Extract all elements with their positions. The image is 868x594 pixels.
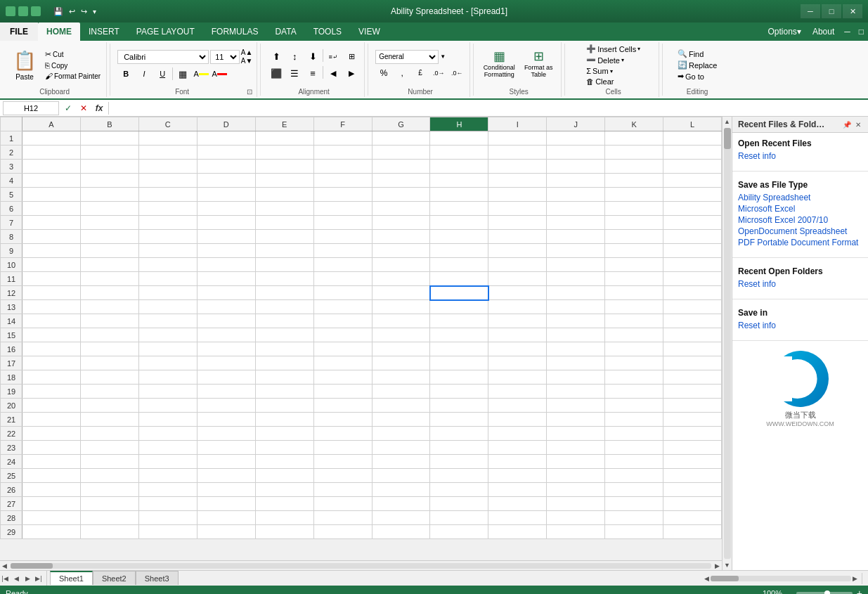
cell-A1[interactable]	[22, 131, 81, 146]
reset-save-in-link[interactable]: Reset info	[738, 321, 862, 330]
cell-H24[interactable]	[430, 455, 488, 469]
sheet-tab-2[interactable]: Sheet2	[93, 571, 136, 585]
cell-E17[interactable]	[255, 356, 313, 370]
cell-H7[interactable]	[430, 216, 488, 230]
cell-G14[interactable]	[372, 314, 430, 328]
replace-btn[interactable]: 🔄 Replace	[675, 60, 719, 70]
cell-D12[interactable]	[197, 286, 255, 300]
cell-J13[interactable]	[547, 300, 605, 314]
cell-A8[interactable]	[22, 230, 81, 244]
cell-B17[interactable]	[80, 356, 138, 370]
cell-K17[interactable]	[605, 356, 663, 370]
cell-C18[interactable]	[138, 370, 197, 385]
cell-G10[interactable]	[372, 258, 430, 272]
cell-E18[interactable]	[255, 370, 313, 385]
cell-A16[interactable]	[22, 342, 81, 356]
insert-function-btn[interactable]: fx	[93, 103, 105, 113]
row-header-22[interactable]: 22	[1, 427, 22, 441]
cell-L19[interactable]	[663, 385, 722, 399]
col-header-I[interactable]: I	[488, 117, 547, 131]
cell-C2[interactable]	[138, 146, 197, 160]
font-size-select[interactable]: 11	[210, 50, 240, 64]
cell-D2[interactable]	[197, 146, 255, 160]
cell-E8[interactable]	[255, 230, 313, 244]
align-top-btn[interactable]: ⬆	[268, 49, 285, 65]
row-header-26[interactable]: 26	[1, 483, 22, 497]
cell-E29[interactable]	[255, 525, 313, 539]
cell-B27[interactable]	[80, 497, 138, 511]
cell-I18[interactable]	[488, 370, 547, 385]
cell-H16[interactable]	[430, 342, 488, 356]
cell-J25[interactable]	[547, 469, 605, 483]
cell-H13[interactable]	[430, 300, 488, 314]
cell-I27[interactable]	[488, 497, 547, 511]
col-header-F[interactable]: F	[313, 117, 372, 131]
cell-K6[interactable]	[605, 202, 663, 216]
hscroll-left-btn[interactable]: ◀	[0, 562, 9, 569]
cell-I23[interactable]	[488, 441, 547, 455]
cell-D8[interactable]	[197, 230, 255, 244]
reset-recent-files-link[interactable]: Reset info	[738, 151, 862, 161]
cell-I21[interactable]	[488, 413, 547, 427]
cell-F24[interactable]	[313, 455, 372, 469]
cell-E23[interactable]	[255, 441, 313, 455]
cell-J23[interactable]	[547, 441, 605, 455]
cell-J19[interactable]	[547, 385, 605, 399]
col-header-D[interactable]: D	[197, 117, 255, 131]
cell-K29[interactable]	[605, 525, 663, 539]
cell-I11[interactable]	[488, 272, 547, 286]
cell-F8[interactable]	[313, 230, 372, 244]
indent-increase-btn[interactable]: ▶	[343, 66, 360, 82]
close-button[interactable]: ✕	[843, 4, 862, 18]
comma-btn[interactable]: ,	[394, 65, 410, 81]
row-header-15[interactable]: 15	[1, 328, 22, 342]
cell-D3[interactable]	[197, 160, 255, 174]
row-header-10[interactable]: 10	[1, 258, 22, 272]
cell-G29[interactable]	[372, 525, 430, 539]
cell-I5[interactable]	[488, 188, 547, 202]
cell-D24[interactable]	[197, 455, 255, 469]
cell-B19[interactable]	[80, 385, 138, 399]
cell-L13[interactable]	[663, 300, 722, 314]
cell-F28[interactable]	[313, 511, 372, 525]
cell-E3[interactable]	[255, 160, 313, 174]
save-pdf-link[interactable]: PDF Portable Document Format	[738, 238, 862, 247]
cell-K11[interactable]	[605, 272, 663, 286]
cell-A26[interactable]	[22, 483, 81, 497]
cell-F9[interactable]	[313, 244, 372, 258]
cell-B9[interactable]	[80, 244, 138, 258]
vscroll-up-btn[interactable]: ▲	[723, 117, 732, 127]
panel-pin-btn[interactable]: 📌	[841, 121, 853, 129]
cell-B12[interactable]	[80, 286, 138, 300]
align-left-btn[interactable]: ⬛	[268, 66, 285, 82]
paste-button[interactable]: 📋 Paste	[7, 46, 42, 85]
cell-I25[interactable]	[488, 469, 547, 483]
cell-G7[interactable]	[372, 216, 430, 230]
increase-decimal-btn[interactable]: .0→	[430, 65, 447, 81]
vscroll-track[interactable]	[724, 128, 731, 559]
sheet-prev-btn[interactable]: ◀	[11, 574, 21, 583]
cell-I26[interactable]	[488, 483, 547, 497]
decrease-font-btn[interactable]: A▼	[241, 57, 252, 65]
cell-H4[interactable]	[430, 174, 488, 188]
col-header-J[interactable]: J	[547, 117, 605, 131]
cell-E21[interactable]	[255, 413, 313, 427]
tab-insert[interactable]: INSERT	[80, 22, 128, 41]
cell-E26[interactable]	[255, 483, 313, 497]
cell-G13[interactable]	[372, 300, 430, 314]
cell-A4[interactable]	[22, 174, 81, 188]
row-header-9[interactable]: 9	[1, 244, 22, 258]
zoom-minus-btn[interactable]: –	[786, 588, 792, 594]
cell-J22[interactable]	[547, 427, 605, 441]
cell-G23[interactable]	[372, 441, 430, 455]
font-color-button[interactable]: A	[211, 66, 228, 82]
hscroll-left-btn2[interactable]: ◀	[703, 575, 711, 582]
cell-L4[interactable]	[663, 174, 722, 188]
cell-G19[interactable]	[372, 385, 430, 399]
fill-color-button[interactable]: A	[193, 66, 209, 82]
cell-F6[interactable]	[313, 202, 372, 216]
cell-J10[interactable]	[547, 258, 605, 272]
cell-B8[interactable]	[80, 230, 138, 244]
cell-I4[interactable]	[488, 174, 547, 188]
cell-L8[interactable]	[663, 230, 722, 244]
